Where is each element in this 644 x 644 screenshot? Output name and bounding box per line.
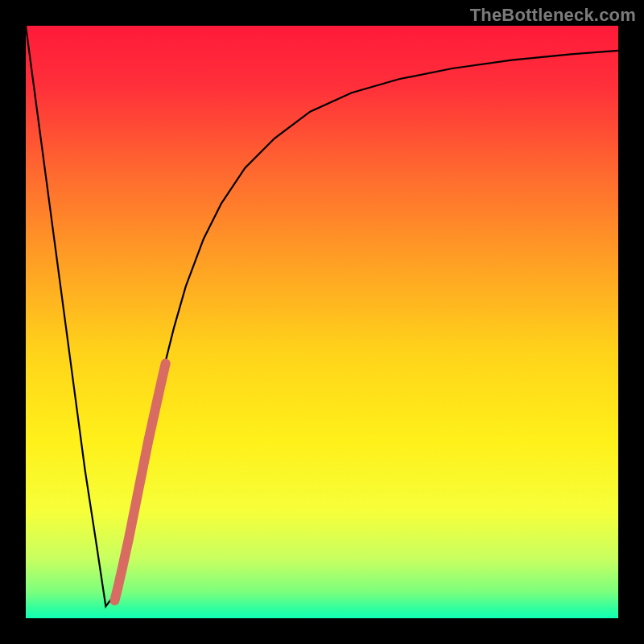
- highlight-segment: [114, 364, 165, 601]
- watermark-text: TheBottleneck.com: [470, 5, 636, 26]
- chart-frame: TheBottleneck.com: [0, 0, 644, 644]
- plot-area: [26, 26, 618, 618]
- chart-svg: [26, 26, 618, 618]
- bottleneck-curve: [26, 26, 618, 606]
